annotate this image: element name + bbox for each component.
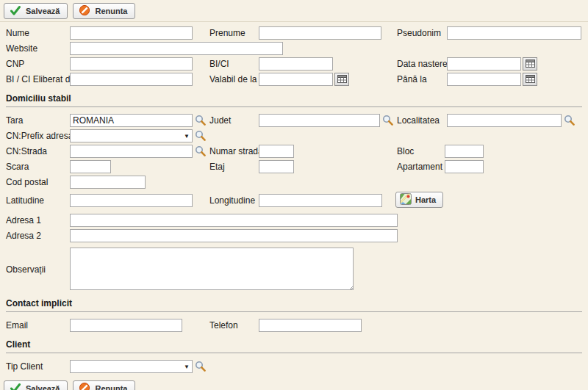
bloc-label: Bloc [397, 144, 414, 159]
numar-strada-input[interactable] [259, 145, 294, 158]
pana-la-input[interactable] [447, 73, 521, 86]
bici-label: BI/CI [209, 57, 229, 71]
observatii-label: Observații [6, 262, 46, 277]
calendar-icon [337, 74, 347, 85]
row-scara: Scara Etaj Apartament [6, 159, 582, 175]
map-icon [400, 193, 412, 206]
scara-input[interactable] [70, 160, 111, 173]
numar-strada-label: Numar strada [209, 144, 263, 159]
check-icon [10, 382, 21, 390]
section-client: Client [6, 337, 582, 353]
row-tip-client: Tip Client ▼ [6, 359, 582, 375]
prenume-input[interactable] [259, 26, 381, 40]
judet-input[interactable] [259, 114, 380, 127]
nume-label: Nume [6, 26, 29, 40]
adresa1-label: Adresa 1 [6, 213, 41, 228]
row-strada: CN:Strada Numar strada Bloc [6, 144, 582, 159]
observatii-textarea[interactable] [70, 248, 354, 290]
valabil-de-la-calendar-button[interactable] [334, 73, 349, 86]
longitudine-label: Longitudine [209, 193, 255, 208]
localitatea-lookup-button[interactable] [564, 115, 576, 126]
row-adresa2: Adresa 2 [6, 228, 582, 244]
search-icon [195, 118, 207, 129]
cancel-button-label: Renunta [95, 384, 127, 390]
calendar-icon [526, 74, 535, 85]
pana-la-calendar-button[interactable] [523, 73, 537, 86]
section-contact-implicit: Contact implicit [6, 296, 582, 312]
search-icon [564, 118, 576, 129]
row-observatii: Observații [6, 247, 582, 292]
apartament-input[interactable] [445, 160, 484, 173]
pseudonim-input[interactable] [447, 26, 581, 40]
data-nastere-calendar-button[interactable] [523, 57, 537, 71]
cancel-button[interactable]: Renunta [73, 3, 135, 19]
tip-client-lookup-button[interactable] [195, 361, 207, 372]
row-contact: Email Telefon [6, 318, 582, 333]
email-label: Email [6, 318, 28, 333]
valabil-de-la-label: Valabil de la [209, 72, 257, 87]
search-icon [195, 133, 207, 144]
telefon-label: Telefon [209, 318, 238, 333]
cancel-button-bottom[interactable]: Renunta [73, 380, 135, 390]
latitudine-input[interactable] [70, 194, 193, 207]
bloc-input[interactable] [445, 145, 484, 158]
bici-eliberat-label: BI / CI Eliberat de [6, 72, 75, 87]
cnp-input[interactable] [70, 57, 193, 71]
tara-lookup-button[interactable] [195, 115, 207, 126]
save-button-label: Salvează [26, 7, 60, 15]
harta-button[interactable]: Harta [395, 192, 443, 208]
section-domiciliu-stabil: Domiciliu stabil [6, 91, 582, 107]
tara-input[interactable] [70, 114, 193, 127]
strada-lookup-button[interactable] [195, 145, 207, 157]
cancel-icon [79, 382, 90, 390]
judet-lookup-button[interactable] [382, 115, 394, 126]
tip-client-label: Tip Client [6, 359, 43, 374]
chevron-down-icon: ▼ [184, 361, 190, 373]
prefix-adresa-lookup-button[interactable] [195, 130, 207, 142]
valabil-de-la-input[interactable] [259, 73, 333, 86]
etaj-label: Etaj [209, 159, 225, 174]
calendar-icon [526, 59, 535, 70]
nume-input[interactable] [70, 26, 193, 40]
row-cnp: CNP BI/CI Data nastere [6, 57, 582, 72]
check-icon [10, 4, 21, 18]
etaj-input[interactable] [259, 160, 294, 173]
prenume-label: Prenume [209, 26, 245, 40]
pana-la-label: Până la [397, 72, 427, 87]
strada-label: CN:Strada [6, 144, 47, 159]
longitudine-input[interactable] [259, 194, 382, 207]
localitatea-input[interactable] [447, 114, 562, 127]
row-cod-postal: Cod postal [6, 175, 582, 190]
adresa1-input[interactable] [70, 214, 398, 227]
email-input[interactable] [70, 319, 182, 332]
cod-postal-input[interactable] [70, 176, 146, 189]
latitudine-label: Latitudine [6, 193, 44, 208]
row-adresa1: Adresa 1 [6, 213, 582, 228]
prefix-adresa-select[interactable]: ▼ [70, 129, 193, 142]
row-prefix-adresa: CN:Prefix adresa ▼ [6, 129, 582, 144]
judet-label: Judet [209, 113, 231, 128]
data-nastere-label: Data nastere [397, 57, 448, 71]
save-button-bottom[interactable]: Salvează [4, 380, 68, 390]
save-button[interactable]: Salvează [4, 3, 68, 19]
localitatea-label: Localitatea [397, 113, 440, 128]
cod-postal-label: Cod postal [6, 175, 48, 189]
adresa2-input[interactable] [70, 229, 398, 242]
row-name: Nume Prenume Pseudonim [6, 26, 582, 41]
telefon-input[interactable] [259, 319, 362, 332]
data-nastere-input[interactable] [447, 57, 521, 71]
tara-label: Tara [6, 113, 23, 128]
bici-eliberat-input[interactable] [70, 73, 193, 86]
pseudonim-label: Pseudonim [397, 26, 441, 40]
tip-client-select[interactable]: ▼ [70, 360, 193, 373]
chevron-down-icon: ▼ [184, 130, 190, 142]
cancel-icon [79, 4, 90, 18]
save-button-label: Salvează [26, 384, 60, 390]
search-icon [382, 118, 394, 129]
adresa2-label: Adresa 2 [6, 228, 41, 243]
website-input[interactable] [70, 42, 283, 55]
bici-input[interactable] [259, 57, 333, 71]
person-form: Nume Prenume Pseudonim Website CNP BI/CI… [0, 22, 588, 375]
strada-input[interactable] [70, 145, 193, 158]
cnp-label: CNP [6, 57, 24, 71]
